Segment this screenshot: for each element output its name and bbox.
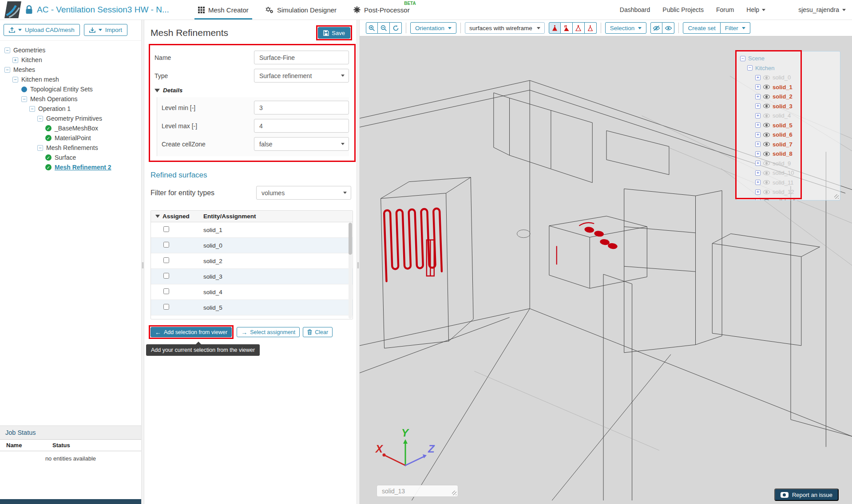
tree-item-mesh-refinement-2[interactable]: Mesh Refinement 2 [45,162,139,172]
nav-forum[interactable]: Forum [716,6,734,13]
expand-icon[interactable] [755,142,761,147]
assign-checkbox[interactable] [163,257,169,263]
table-row[interactable]: solid_4 [151,284,353,300]
expand-icon[interactable] [755,189,761,195]
table-row[interactable]: solid_2 [151,253,353,269]
marker-cone-outline-dot-button[interactable] [585,22,597,34]
tree-item-mesh-operations[interactable]: Mesh Operations [21,94,139,104]
axes-orientation-gizmo[interactable]: Y X Z [372,423,439,479]
nav-help-menu[interactable]: Help [746,6,765,13]
eye-icon[interactable] [763,85,770,89]
overlay-solid-node[interactable]: solid_4 [755,111,836,121]
overlay-kitchen-node[interactable]: Kitchen [747,63,836,73]
expand-icon[interactable] [755,132,761,138]
eye-icon[interactable] [763,161,770,165]
resize-handle-icon[interactable] [834,194,839,199]
eye-icon[interactable] [763,114,770,118]
expand-icon[interactable] [12,57,18,63]
level-max-input[interactable] [254,119,349,133]
eye-icon[interactable] [763,199,770,201]
expand-icon[interactable] [755,113,761,118]
collapse-icon[interactable] [37,145,43,151]
overlay-solid-node[interactable]: solid_11 [755,178,836,188]
show-selection-button[interactable] [662,22,674,34]
panel-resize-handle[interactable] [141,20,144,504]
eye-icon[interactable] [763,75,770,80]
eye-icon[interactable] [763,171,770,175]
overlay-solid-node[interactable]: solid_6 [755,130,836,140]
expand-icon[interactable] [755,75,761,80]
zoom-out-button[interactable] [378,22,390,34]
collapse-icon[interactable] [37,116,43,122]
selection-dropdown[interactable]: Selection [605,22,647,34]
assign-checkbox[interactable] [163,304,169,310]
expand-icon[interactable] [755,170,761,176]
clear-button[interactable]: Clear [303,327,333,337]
filter-dropdown[interactable]: Filter [721,22,750,34]
table-scrollbar[interactable] [349,223,352,319]
eye-icon[interactable] [763,94,770,99]
upload-cad-mesh-button[interactable]: Upload CAD/mesh [4,24,80,36]
tree-item-geometries[interactable]: Geometries [4,45,139,55]
type-select[interactable]: Surface refinement [254,69,349,83]
overlay-solid-node[interactable]: solid_10 [755,168,836,178]
tree-item-basemeshbox[interactable]: _BaseMeshBox [45,123,139,133]
table-row[interactable]: solid_1 [151,222,353,238]
table-row[interactable]: solid_0 [151,238,353,253]
assign-checkbox[interactable] [163,288,169,294]
overlay-solid-node[interactable]: solid_9 [755,159,836,169]
expand-icon[interactable] [755,94,761,99]
overlay-solid-node[interactable]: solid_3 [755,102,836,111]
eye-icon[interactable] [763,104,770,108]
overlay-solid-node[interactable]: solid_0 [755,73,836,83]
nav-dashboard[interactable]: Dashboard [620,6,650,13]
marker-cone-filled-button[interactable] [549,22,561,34]
import-button[interactable]: Import [84,24,127,36]
collapse-icon[interactable] [4,67,10,73]
assign-checkbox[interactable] [163,226,169,232]
eye-icon[interactable] [763,190,770,194]
stove-burners-highlight[interactable] [584,226,618,250]
select-assignment-button[interactable]: → Select assignment [237,327,300,337]
add-selection-from-viewer-button[interactable]: ← Add selection from viewer [151,327,232,337]
user-menu[interactable]: sjesu_rajendra [798,6,846,13]
overlay-solid-node[interactable]: solid_8 [755,149,836,159]
expand-icon[interactable] [755,122,761,128]
collapse-icon[interactable] [747,65,753,71]
tree-item-kitchen[interactable]: Kitchen [12,55,139,65]
tree-item-surface[interactable]: Surface [45,153,139,162]
display-mode-select[interactable]: surfaces with wireframe [465,22,545,34]
entity-column-header[interactable]: Entity/Assignment [203,213,256,220]
overlay-solid-node[interactable]: solid_12 [755,187,836,197]
table-row[interactable]: solid_3 [151,269,353,284]
hide-selection-button[interactable] [650,22,662,34]
entity-type-select[interactable]: volumes [256,186,351,200]
reset-view-button[interactable] [390,22,402,34]
viewer-scene-tree-overlay[interactable]: Scene Kitchen solid_0 solid_1 [736,51,840,201]
tree-item-mesh-refinements[interactable]: Mesh Refinements [37,143,139,153]
radiator-coil-highlight[interactable] [384,209,442,281]
collapse-icon[interactable] [740,56,745,61]
collapse-icon[interactable] [4,47,10,53]
table-row-clipped[interactable] [151,315,353,319]
zoom-in-button[interactable] [366,22,378,34]
tree-item-topological-entity-sets[interactable]: Topological Entity Sets [21,84,139,94]
report-issue-button[interactable]: Report an issue [774,488,839,501]
overlay-solid-node[interactable]: solid_7 [755,140,836,150]
overlay-solid-node[interactable]: solid_2 [755,92,836,102]
overlay-solid-node[interactable]: solid_1 [755,83,836,92]
tree-item-operation-1[interactable]: Operation 1 [29,104,139,114]
assign-checkbox[interactable] [163,273,169,279]
assigned-column-header[interactable]: Assigned [151,213,203,220]
tree-item-materialpoint[interactable]: MaterialPoint [45,133,139,143]
orientation-dropdown[interactable]: Orientation [410,22,456,34]
overlay-scene-node[interactable]: Scene [740,54,836,63]
tab-mesh-creator[interactable]: Mesh Creator [198,0,249,20]
eye-icon[interactable] [763,142,770,146]
eye-icon[interactable] [763,152,770,156]
eye-icon[interactable] [763,123,770,127]
marker-cone-flag-button[interactable] [561,22,573,34]
assign-checkbox[interactable] [163,242,169,248]
collapse-icon[interactable] [21,96,27,102]
eye-icon[interactable] [763,133,770,137]
